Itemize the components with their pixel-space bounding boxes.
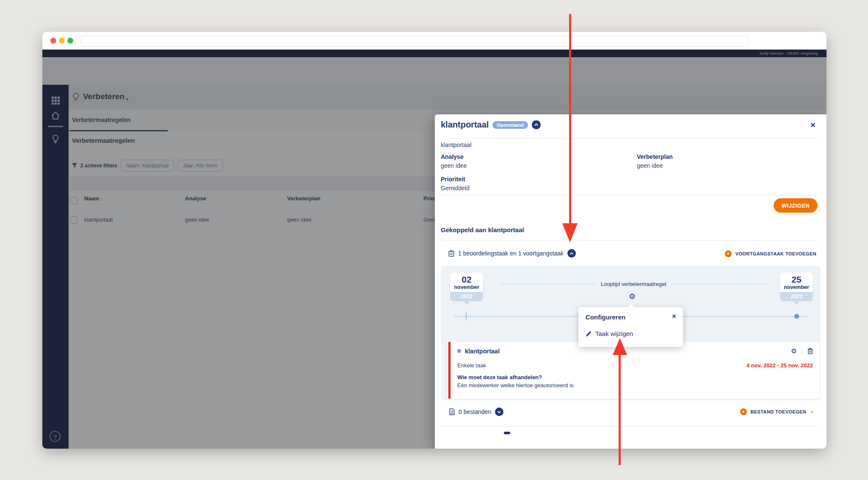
annotation-arrow-up-head xyxy=(613,338,627,355)
task-delete-icon[interactable] xyxy=(807,348,813,354)
files-count-label: 0 bestanden xyxy=(459,408,491,415)
task-card[interactable]: klantportaal ⚙ Enkele taak 4 nov. 2022 xyxy=(448,342,820,399)
popup-pointer xyxy=(627,304,635,308)
start-year: 2022 xyxy=(450,292,483,301)
url-bar[interactable] xyxy=(80,36,749,47)
linked-section-heading: Gekoppeld aan klantportaal xyxy=(441,226,524,233)
field-label-prioriteit: Prioriteit xyxy=(441,176,465,183)
timeline-gear-icon[interactable]: ⚙ xyxy=(629,292,636,301)
chevron-down-icon: ∨ xyxy=(810,409,814,415)
task-answer: Eén medewerker welke hiertoe geautorisee… xyxy=(457,382,813,388)
marker-pointer xyxy=(464,301,470,305)
annotation-arrow-down-head xyxy=(562,223,578,242)
tasks-collapse-chevron-up-icon[interactable] xyxy=(567,249,576,258)
task-type: Enkele taak xyxy=(457,362,486,369)
files-row: 0 bestanden xyxy=(449,408,503,416)
modal-close-icon[interactable]: × xyxy=(810,120,815,129)
traffic-light-zoom[interactable] xyxy=(67,38,73,44)
tasks-summary-row: 1 beoordelingstaak en 1 voortgangstaak xyxy=(448,249,576,258)
start-month: november xyxy=(450,284,483,290)
field-value-analyse: geen idee xyxy=(441,162,467,169)
collapsed-section-indicator[interactable] xyxy=(504,432,510,434)
popup-close-icon[interactable]: × xyxy=(672,312,676,321)
timeline-start-tick xyxy=(466,313,467,320)
divider xyxy=(441,240,816,241)
start-day: 02 xyxy=(450,275,483,284)
traffic-light-close[interactable] xyxy=(50,38,56,44)
task-name: klantportaal xyxy=(465,348,500,355)
collapse-chevron-up-icon[interactable] xyxy=(532,120,541,129)
plus-icon: + xyxy=(725,250,732,257)
modal-title: klantportaal xyxy=(441,120,489,130)
field-value-prioriteit: Gemiddeld xyxy=(441,185,470,191)
files-collapse-chevron-down-icon[interactable] xyxy=(495,408,503,416)
field-value-verbeterplan: geen idee xyxy=(637,162,663,169)
task-gear-icon[interactable]: ⚙ xyxy=(791,347,797,355)
clipboard-icon xyxy=(448,250,454,257)
task-status-dot xyxy=(457,349,461,353)
modal-description: klantportaal xyxy=(441,142,471,148)
timeline-end-dot xyxy=(794,314,799,319)
browser-chrome xyxy=(42,32,827,50)
wijzigen-button[interactable]: WIJZIGEN xyxy=(774,198,818,213)
end-month: november xyxy=(780,284,813,290)
icon-divider xyxy=(802,348,802,355)
add-file-button[interactable]: + BESTAND TOEVOEGEN ∨ xyxy=(740,408,814,415)
timeline-start-marker: 02 november 2022 xyxy=(450,272,483,305)
end-day: 25 xyxy=(780,275,813,284)
task-question: Wie moet deze taak afhandelen? xyxy=(457,374,813,380)
timeline-end-marker: 25 november 2022 xyxy=(780,272,813,305)
divider xyxy=(441,138,816,139)
end-year: 2022 xyxy=(780,292,813,301)
document-icon xyxy=(449,408,455,415)
configure-popup: Configureren × Taak wijzigen xyxy=(578,307,683,347)
edit-task-menu-item[interactable]: Taak wijzigen xyxy=(586,330,633,337)
timeline-panel: 02 november 2022 25 november 2022 xyxy=(441,266,821,400)
annotation-arrow-up-shaft xyxy=(619,355,621,465)
popup-title: Configureren xyxy=(586,314,625,321)
divider xyxy=(441,426,816,427)
add-progress-task-label: VOORTGANGSTAAK TOEVOEGEN xyxy=(735,251,816,256)
traffic-light-minimize[interactable] xyxy=(59,38,65,44)
field-label-verbeterplan: Verbeterplan xyxy=(637,153,673,160)
divider xyxy=(441,195,816,195)
pencil-icon xyxy=(586,331,592,337)
screenshot-stage: Kelly Hansen - DEMO omgeving EQUSE Verbe… xyxy=(0,0,868,480)
status-badge: Openstaand xyxy=(492,121,528,129)
task-dates: 4 nov. 2022 - 25 nov. 2022 xyxy=(746,362,813,369)
detail-modal: klantportaal Openstaand × klantportaal A… xyxy=(435,114,827,449)
annotation-arrow-down-shaft xyxy=(569,14,571,224)
timeline-label: Looptijd verbetermaatregel xyxy=(601,281,666,287)
plus-icon: + xyxy=(740,408,747,415)
field-label-analyse: Analyse xyxy=(441,153,464,160)
timeline-label-row: Looptijd verbetermaatregel xyxy=(500,281,767,287)
modal-header: klantportaal Openstaand xyxy=(441,120,541,130)
browser-window: Kelly Hansen - DEMO omgeving EQUSE Verbe… xyxy=(42,32,827,449)
marker-pointer xyxy=(793,301,799,305)
add-file-label: BESTAND TOEVOEGEN xyxy=(751,409,807,414)
tasks-summary-label: 1 beoordelingstaak en 1 voortgangstaak xyxy=(458,250,564,257)
edit-task-label: Taak wijzigen xyxy=(595,330,633,337)
add-progress-task-button[interactable]: + VOORTGANGSTAAK TOEVOEGEN xyxy=(725,250,816,257)
